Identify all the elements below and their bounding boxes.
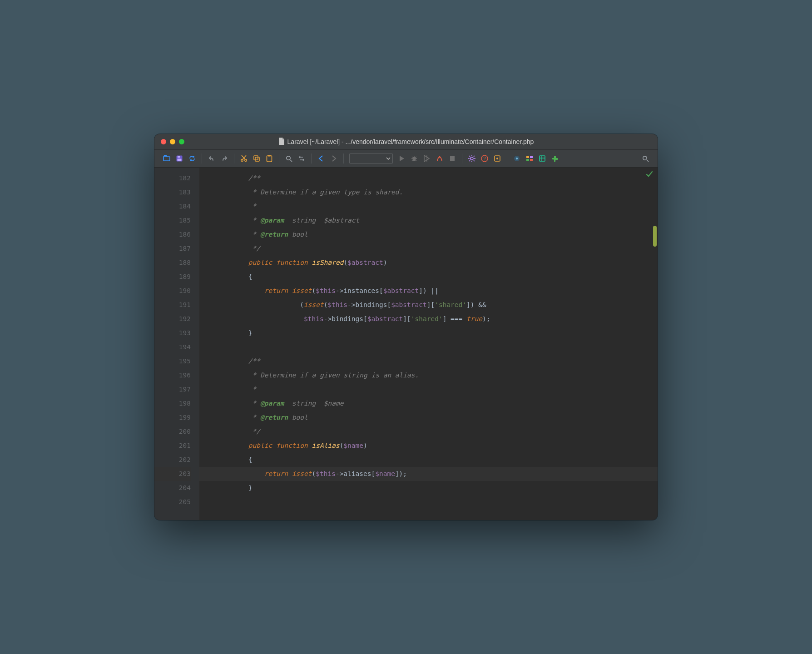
svg-point-14 <box>470 157 473 160</box>
help-icon[interactable]: ? <box>480 154 489 163</box>
search-everywhere-icon[interactable] <box>641 154 649 163</box>
code-line[interactable]: * <box>199 382 658 396</box>
code-line[interactable]: } <box>199 326 658 340</box>
svg-rect-8 <box>267 156 272 162</box>
code-line[interactable]: (isset($this->bindings[$abstract]['share… <box>199 298 658 312</box>
redo-icon[interactable] <box>220 154 228 163</box>
main-toolbar: ? <box>154 150 658 168</box>
svg-rect-6 <box>254 156 258 160</box>
line-number: 183 <box>154 185 191 199</box>
minimize-window-button[interactable] <box>170 139 175 144</box>
code-line[interactable]: * @param string $abstract <box>199 213 658 228</box>
line-number: 193 <box>154 326 191 340</box>
save-all-icon[interactable] <box>175 154 183 163</box>
svg-rect-13 <box>450 156 455 161</box>
line-number: 190 <box>154 284 191 298</box>
debug-icon[interactable] <box>410 154 418 163</box>
line-number: 185 <box>154 213 191 228</box>
reload-icon[interactable] <box>188 154 196 163</box>
line-number: 191 <box>154 298 191 312</box>
settings-icon[interactable] <box>468 154 476 163</box>
svg-rect-9 <box>268 155 271 157</box>
undo-icon[interactable] <box>208 154 216 163</box>
stop-icon[interactable] <box>448 154 456 163</box>
structure-icon[interactable] <box>513 154 521 163</box>
paste-icon[interactable] <box>265 154 273 163</box>
code-line[interactable]: * @return bool <box>199 228 658 242</box>
code-line[interactable]: * <box>199 199 658 213</box>
svg-point-26 <box>643 156 647 160</box>
code-line[interactable]: * @param string $name <box>199 396 658 411</box>
line-number-gutter: 1821831841851861871881891901911921931941… <box>154 168 199 520</box>
svg-text:?: ? <box>483 156 486 161</box>
svg-rect-2 <box>178 156 180 158</box>
code-line[interactable]: $this->bindings[$abstract]['shared'] ===… <box>199 312 658 326</box>
database-icon[interactable] <box>538 154 546 163</box>
code-line[interactable]: } <box>199 481 658 495</box>
line-number: 197 <box>154 382 191 396</box>
file-icon <box>278 138 285 146</box>
line-number: 187 <box>154 242 191 256</box>
line-number: 186 <box>154 228 191 242</box>
open-icon[interactable] <box>163 154 171 163</box>
window-controls <box>161 139 184 144</box>
code-line[interactable]: /** <box>199 354 658 368</box>
code-line[interactable]: public function isAlias($name) <box>199 439 658 453</box>
svg-rect-25 <box>540 156 545 161</box>
svg-rect-21 <box>526 156 529 158</box>
line-number: 204 <box>154 481 191 495</box>
code-line[interactable]: return isset($this->instances[$abstract]… <box>199 284 658 298</box>
code-line[interactable]: return isset($this->aliases[$name]); <box>199 467 658 481</box>
code-line[interactable]: */ <box>199 242 658 256</box>
toolbar-separator <box>202 154 202 164</box>
compare-icon[interactable] <box>525 154 534 163</box>
find-icon[interactable] <box>285 154 293 163</box>
plugins-icon[interactable] <box>551 154 559 163</box>
line-number: 198 <box>154 396 191 411</box>
code-line[interactable] <box>199 340 658 354</box>
line-number: 205 <box>154 495 191 509</box>
svg-rect-0 <box>163 157 170 161</box>
svg-point-12 <box>439 156 441 158</box>
toolbar-separator <box>311 154 312 164</box>
back-icon[interactable] <box>317 154 325 163</box>
svg-point-20 <box>516 158 518 159</box>
svg-point-18 <box>496 158 498 159</box>
code-line[interactable]: /** <box>199 171 658 185</box>
code-line[interactable]: * Determine if a given type is shared. <box>199 185 658 199</box>
code-line[interactable]: */ <box>199 425 658 439</box>
svg-rect-3 <box>178 159 182 161</box>
replace-icon[interactable] <box>297 154 306 163</box>
code-line[interactable]: { <box>199 270 658 284</box>
ide-window: Laravel [~/Laravel] - .../vendor/laravel… <box>154 134 658 520</box>
maximize-window-button[interactable] <box>179 139 184 144</box>
profile-icon[interactable] <box>436 154 444 163</box>
coverage-icon[interactable] <box>423 154 431 163</box>
run-icon[interactable] <box>397 154 406 163</box>
code-line[interactable]: { <box>199 453 658 467</box>
copy-icon[interactable] <box>253 154 261 163</box>
cut-icon[interactable] <box>240 154 248 163</box>
line-number: 188 <box>154 256 191 270</box>
svg-rect-24 <box>530 159 533 161</box>
line-number: 195 <box>154 354 191 368</box>
line-number: 192 <box>154 312 191 326</box>
line-number: 201 <box>154 439 191 453</box>
toolbar-separator <box>279 154 279 164</box>
svg-rect-22 <box>530 156 533 158</box>
window-title: Laravel [~/Laravel] - .../vendor/laravel… <box>154 138 658 146</box>
run-config-dropdown[interactable] <box>349 153 393 164</box>
code-area[interactable]: /** * Determine if a given type is share… <box>199 168 658 520</box>
code-line[interactable] <box>199 495 658 509</box>
code-line[interactable]: * @return bool <box>199 411 658 425</box>
toolbar-separator <box>462 154 462 164</box>
forward-icon[interactable] <box>330 154 338 163</box>
line-number: 194 <box>154 340 191 354</box>
ide-scripting-icon[interactable] <box>493 154 501 163</box>
line-number: 182 <box>154 171 191 185</box>
code-line[interactable]: public function isShared($abstract) <box>199 256 658 270</box>
code-line[interactable]: * Determine if a given string is an alia… <box>199 368 658 382</box>
editor[interactable]: 1821831841851861871881891901911921931941… <box>154 168 658 520</box>
window-titlebar: Laravel [~/Laravel] - .../vendor/laravel… <box>154 134 658 150</box>
close-window-button[interactable] <box>161 139 166 144</box>
